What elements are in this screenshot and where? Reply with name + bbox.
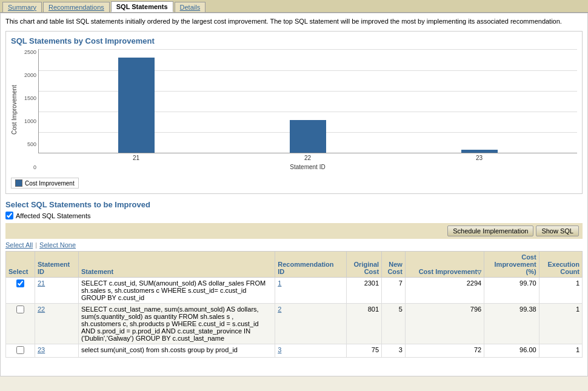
- chart-plot: [38, 49, 577, 153]
- cell-cost_pct: 99.38: [484, 304, 539, 344]
- affected-checkbox-row: Affected SQL Statements: [5, 212, 583, 219]
- col-header-new-cost: NewCost: [382, 252, 406, 278]
- rec-id-link[interactable]: 1: [278, 279, 281, 287]
- cell-orig_cost: 2301: [346, 278, 382, 304]
- cell-new_cost: 3: [382, 344, 406, 358]
- table-row: 22SELECT c.cust_last_name, sum(s.amount_…: [6, 304, 583, 344]
- bar: [290, 120, 326, 153]
- x-axis-title: Statement ID: [38, 164, 577, 170]
- rec-id-link[interactable]: 3: [278, 346, 281, 353]
- chart-legend: Cost Improvement: [11, 174, 577, 189]
- legend-label: Cost Improvement: [25, 180, 75, 187]
- y-labels: 0 500 1000 1500 2000 2500: [20, 49, 38, 170]
- bar: [461, 150, 498, 153]
- bar: [118, 58, 155, 153]
- affected-checkbox[interactable]: [5, 212, 13, 219]
- cell-exec_count: 1: [539, 304, 582, 344]
- x-label: 22: [290, 155, 326, 161]
- statement-text: SELECT c.cust_id, SUM(amount_sold) AS do…: [78, 278, 275, 304]
- table-row: 23select sum(unit_cost) from sh.costs gr…: [6, 344, 583, 358]
- tab-details[interactable]: Details: [175, 2, 206, 12]
- statement-id-link[interactable]: 23: [38, 346, 45, 353]
- cell-new_cost: 7: [382, 278, 406, 304]
- cell-cost_pct: 96.00: [484, 344, 539, 358]
- tab-recommendations[interactable]: Recommendations: [43, 2, 110, 12]
- col-header-select: Select: [6, 252, 35, 278]
- cell-cost_improvement: 2294: [405, 278, 484, 304]
- show-sql-button[interactable]: Show SQL: [536, 226, 579, 236]
- table-row: 21SELECT c.cust_id, SUM(amount_sold) AS …: [6, 278, 583, 304]
- statement-text: SELECT c.cust_last_name, sum(s.amount_so…: [78, 304, 275, 344]
- rec-id-link[interactable]: 2: [278, 306, 281, 313]
- bar-group: [290, 49, 326, 153]
- page-description: This chart and table list SQL statements…: [5, 17, 583, 26]
- col-header-rec-id: RecommendationID: [275, 252, 346, 278]
- bar-group: [461, 49, 498, 153]
- x-label: 21: [118, 155, 155, 161]
- main-content: This chart and table list SQL statements…: [0, 13, 588, 376]
- cell-orig_cost: 75: [346, 344, 382, 358]
- tab-summary[interactable]: Summary: [2, 2, 42, 12]
- row-checkbox[interactable]: [16, 346, 24, 354]
- cell-new_cost: 5: [382, 304, 406, 344]
- col-header-exec-count: ExecutionCount: [539, 252, 582, 278]
- cell-cost_improvement: 72: [405, 344, 484, 358]
- toolbar-row: Schedule Implementation Show SQL: [5, 223, 583, 239]
- chart-section: SQL Statements by Cost Improvement Cost …: [5, 31, 583, 194]
- col-header-cost-pct: CostImprovement(%): [484, 252, 539, 278]
- col-header-stmt-id: StatementID: [35, 252, 78, 278]
- row-checkbox[interactable]: [16, 279, 24, 287]
- col-header-statement: Statement: [78, 252, 275, 278]
- legend-color-box: [15, 179, 22, 187]
- cell-orig_cost: 801: [346, 304, 382, 344]
- cell-exec_count: 1: [539, 344, 582, 358]
- chart-title: SQL Statements by Cost Improvement: [11, 36, 577, 45]
- bar-group: [118, 49, 155, 153]
- affected-label: Affected SQL Statements: [16, 212, 91, 219]
- statement-text: select sum(unit_cost) from sh.costs grou…: [78, 344, 275, 358]
- cell-exec_count: 1: [539, 278, 582, 304]
- select-links: Select All | Select None: [5, 241, 583, 249]
- tab-bar: Summary Recommendations SQL Statements D…: [0, 0, 588, 13]
- cell-cost_improvement: 796: [405, 304, 484, 344]
- select-all-link[interactable]: Select All: [5, 241, 33, 249]
- select-section-title: Select SQL Statements to be Improved: [5, 200, 583, 209]
- x-label: 23: [461, 155, 498, 161]
- cell-cost_pct: 99.70: [484, 278, 539, 304]
- row-checkbox[interactable]: [16, 306, 24, 313]
- col-header-orig-cost: OriginalCost: [346, 252, 382, 278]
- col-header-cost-improvement[interactable]: Cost Improvement▽: [405, 252, 484, 278]
- schedule-implementation-button[interactable]: Schedule Implementation: [447, 226, 533, 236]
- tab-sql-statements[interactable]: SQL Statements: [111, 1, 173, 12]
- y-axis-label: Cost Improvement: [11, 49, 18, 170]
- statement-id-link[interactable]: 21: [38, 279, 45, 287]
- x-labels: 212223: [38, 153, 577, 162]
- statement-id-link[interactable]: 22: [38, 306, 45, 313]
- statements-table: Select StatementID Statement Recommendat…: [5, 251, 583, 358]
- bars-container: [39, 49, 577, 153]
- select-none-link[interactable]: Select None: [39, 241, 76, 249]
- select-section: Select SQL Statements to be Improved Aff…: [5, 200, 583, 358]
